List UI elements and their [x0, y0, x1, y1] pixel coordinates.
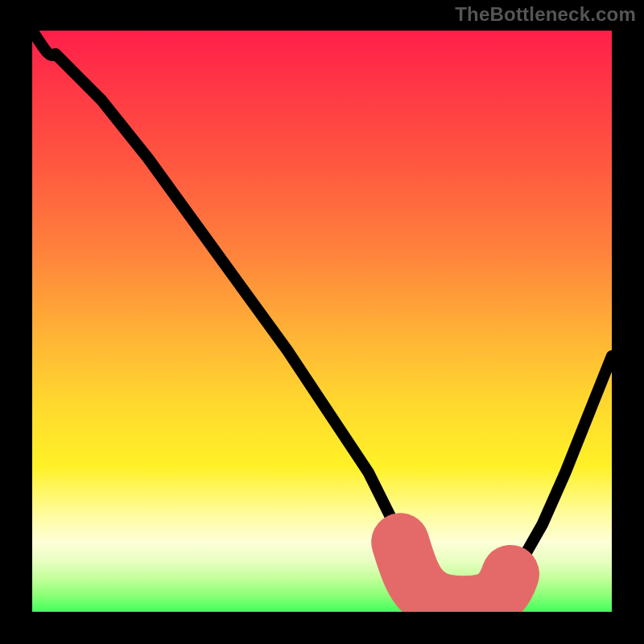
watermark-text: TheBottleneck.com	[455, 3, 636, 26]
optimal-highlight	[400, 542, 510, 605]
chart-frame: TheBottleneck.com	[0, 0, 644, 644]
plot-area	[32, 31, 612, 612]
bottleneck-curve	[32, 31, 612, 606]
plot-svg	[32, 31, 612, 612]
